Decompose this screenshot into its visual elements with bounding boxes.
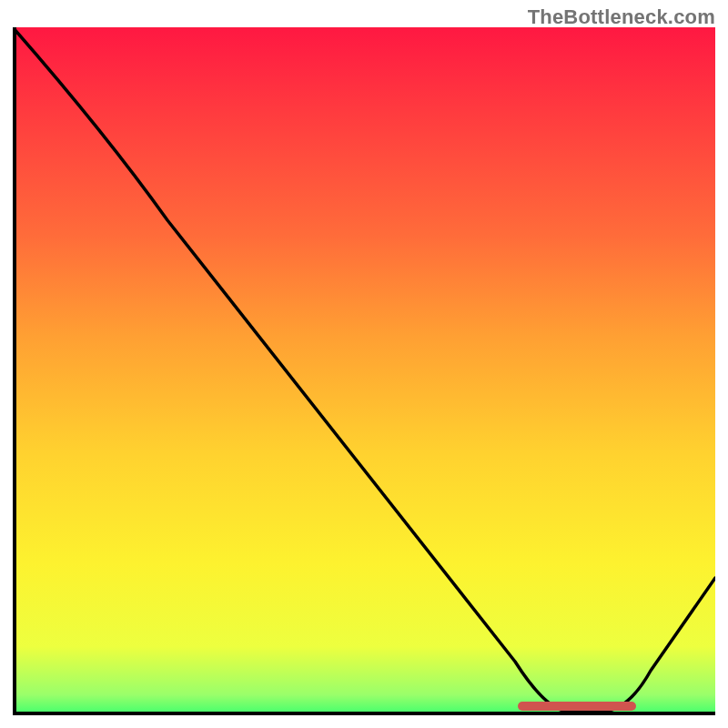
- chart-container: TheBottleneck.com: [0, 0, 728, 728]
- watermark-text: TheBottleneck.com: [528, 5, 715, 29]
- plot-area: [13, 27, 715, 715]
- optimum-marker: [518, 702, 636, 711]
- bottleneck-curve: [13, 27, 715, 715]
- curve-path: [13, 27, 715, 712]
